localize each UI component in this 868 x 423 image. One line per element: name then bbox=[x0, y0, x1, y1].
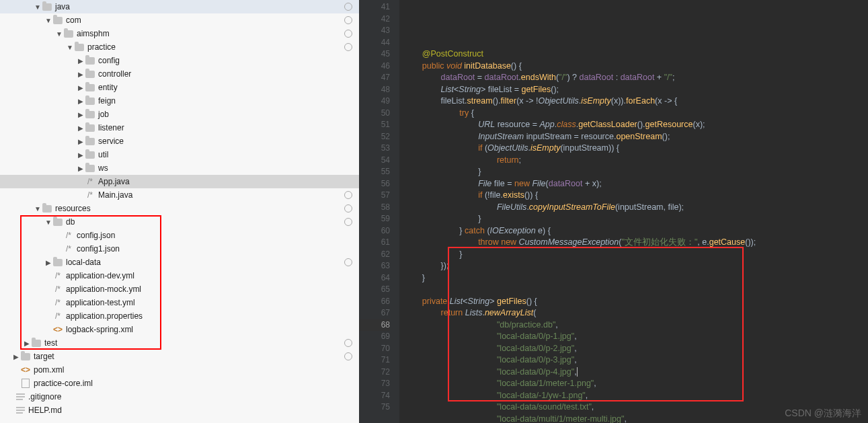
code-line[interactable]: } bbox=[403, 213, 868, 225]
tree-item[interactable]: HELP.md bbox=[0, 403, 359, 417]
expand-arrow-icon[interactable]: ▶ bbox=[23, 340, 31, 347]
expand-arrow-icon[interactable]: ▶ bbox=[77, 124, 85, 132]
code-line[interactable]: "local-data/0/p-3.jpg", bbox=[403, 354, 868, 367]
expand-arrow-icon[interactable]: ▼ bbox=[44, 17, 52, 24]
tree-item[interactable]: ▼db bbox=[0, 215, 359, 229]
code-line[interactable]: if (!file.exists()) { bbox=[403, 190, 868, 202]
tree-item[interactable]: .gitignore bbox=[0, 390, 359, 403]
tree-item[interactable]: /*application-dev.yml bbox=[0, 269, 359, 282]
tree-item[interactable]: ▶local-data bbox=[0, 256, 359, 269]
project-tree[interactable]: ▼java▼com▼aimsphm▼practice▶config▶contro… bbox=[0, 0, 359, 423]
code-line[interactable]: dataRoot = dataRoot.endsWith("/") ? data… bbox=[403, 72, 868, 84]
tree-item[interactable]: /*config1.json bbox=[0, 242, 359, 256]
file-icon: /* bbox=[63, 230, 74, 241]
code-line[interactable]: FileUtils.copyInputStreamToFile(inputStr… bbox=[403, 202, 868, 214]
tree-item[interactable]: <>logback-spring.xml bbox=[0, 323, 359, 336]
tree-item[interactable]: /*config.json bbox=[0, 229, 359, 242]
code-line[interactable]: "local-data/1/meter-1.png", bbox=[403, 378, 868, 390]
code-line[interactable]: "local-data/multi/1/meter-multi.jpg", bbox=[403, 414, 868, 424]
code-area[interactable]: CSDN @涟漪海洋 @PostConstruct public void in… bbox=[399, 0, 868, 423]
code-line[interactable]: "local-data/0/p-2.jpg", bbox=[403, 343, 868, 355]
folder-icon bbox=[20, 351, 31, 362]
list-file-icon bbox=[15, 405, 26, 416]
expand-arrow-icon[interactable]: ▼ bbox=[34, 3, 42, 11]
code-line[interactable]: fileList.stream().filter(x -> !ObjectUti… bbox=[403, 95, 868, 108]
expand-arrow-icon[interactable]: ▶ bbox=[77, 98, 85, 105]
expand-arrow-icon[interactable]: ▶ bbox=[77, 57, 85, 65]
code-line[interactable]: try { bbox=[403, 108, 868, 120]
code-line[interactable] bbox=[403, 284, 868, 296]
tree-item[interactable]: ▶util bbox=[0, 148, 359, 161]
expand-arrow-icon[interactable]: ▶ bbox=[77, 165, 85, 172]
tree-item[interactable]: ▶controller bbox=[0, 67, 359, 81]
tree-item[interactable]: /*Main.java bbox=[0, 188, 359, 202]
tree-item[interactable]: /*application-mock.yml bbox=[0, 282, 359, 296]
tree-item[interactable]: <>pom.xml bbox=[0, 363, 359, 377]
code-line[interactable]: public void initDatabase() { bbox=[403, 61, 868, 73]
code-line[interactable]: } bbox=[403, 249, 868, 261]
line-number: 69 bbox=[359, 331, 390, 343]
line-number: 60 bbox=[359, 225, 390, 237]
code-line[interactable]: "db/practice.db", bbox=[403, 319, 868, 332]
tree-item[interactable]: ▶target bbox=[0, 350, 359, 363]
tree-item[interactable]: ▼java bbox=[0, 0, 359, 13]
code-line[interactable]: "local-data/0/p-1.jpg", bbox=[403, 331, 868, 343]
tree-label: service bbox=[98, 137, 124, 146]
tree-item[interactable]: ▶ws bbox=[0, 161, 359, 175]
tree-item[interactable]: ▼practice bbox=[0, 40, 359, 54]
code-line[interactable]: } bbox=[403, 272, 868, 284]
expand-arrow-icon[interactable]: ▶ bbox=[44, 259, 52, 266]
code-line[interactable]: private List<String> getFiles() { bbox=[403, 296, 868, 308]
line-number: 54 bbox=[359, 155, 390, 167]
tree-item[interactable]: /*application-test.yml bbox=[0, 296, 359, 309]
expand-arrow-icon[interactable]: ▼ bbox=[34, 205, 42, 213]
code-line[interactable]: URL resource = App.class.getClassLoader(… bbox=[403, 119, 868, 131]
code-line[interactable]: } catch (IOException e) { bbox=[403, 225, 868, 237]
code-line[interactable]: if (ObjectUtils.isEmpty(inputStream)) { bbox=[403, 143, 868, 155]
expand-arrow-icon[interactable]: ▼ bbox=[55, 30, 63, 38]
code-line[interactable]: } bbox=[403, 166, 868, 178]
line-number: 42 bbox=[359, 13, 390, 26]
code-line[interactable]: "local-data/sound/test.txt", bbox=[403, 401, 868, 414]
code-line[interactable]: throw new CustomMessageException("文件初始化失… bbox=[403, 237, 868, 249]
line-number: 67 bbox=[359, 307, 390, 319]
tree-item[interactable]: ▶feign bbox=[0, 94, 359, 108]
tree-item[interactable]: ▼aimsphm bbox=[0, 27, 359, 40]
tree-item[interactable]: ▼resources bbox=[0, 202, 359, 215]
expand-arrow-icon[interactable]: ▶ bbox=[77, 151, 85, 159]
expand-arrow-icon[interactable]: ▶ bbox=[77, 111, 85, 118]
tree-item[interactable]: ▶config bbox=[0, 54, 359, 67]
tree-item[interactable]: practice-core.iml bbox=[0, 377, 359, 390]
tree-item[interactable]: ▶listener bbox=[0, 121, 359, 134]
tree-item[interactable]: ▶entity bbox=[0, 81, 359, 94]
tree-item[interactable]: ▶job bbox=[0, 108, 359, 121]
tree-label: config bbox=[98, 56, 120, 65]
line-number: 75 bbox=[359, 401, 390, 414]
code-line[interactable]: @PostConstruct bbox=[403, 48, 868, 61]
expand-arrow-icon[interactable]: ▼ bbox=[44, 219, 52, 226]
code-line[interactable]: return Lists.newArrayList( bbox=[403, 307, 868, 319]
tree-item[interactable]: ▶test bbox=[0, 336, 359, 350]
code-editor[interactable]: 4142434445464748495051525354555657585960… bbox=[359, 0, 868, 423]
code-line[interactable]: }); bbox=[403, 260, 868, 272]
code-line[interactable]: return; bbox=[403, 155, 868, 167]
line-number: 59 bbox=[359, 213, 390, 225]
expand-arrow-icon[interactable]: ▶ bbox=[77, 84, 85, 91]
code-line[interactable]: List<String> fileList = getFiles(); bbox=[403, 84, 868, 96]
code-line[interactable]: "local-data/-1/yw-1.png", bbox=[403, 390, 868, 402]
tree-label: java bbox=[55, 2, 70, 11]
tree-item[interactable]: /*application.properties bbox=[0, 309, 359, 323]
code-line[interactable]: InputStream inputStream = resource.openS… bbox=[403, 131, 868, 143]
expand-arrow-icon[interactable]: ▼ bbox=[66, 44, 74, 51]
code-line[interactable]: File file = new File(dataRoot + x); bbox=[403, 178, 868, 190]
expand-arrow-icon[interactable]: ▶ bbox=[77, 138, 85, 145]
line-number: 65 bbox=[359, 284, 390, 296]
code-line[interactable]: "local-data/0/p-4.jpg", bbox=[403, 367, 868, 379]
tree-item[interactable]: /*App.java bbox=[0, 175, 359, 188]
line-number: 58 bbox=[359, 202, 390, 214]
expand-arrow-icon[interactable]: ▶ bbox=[12, 353, 20, 360]
tree-item[interactable]: ▶service bbox=[0, 134, 359, 148]
expand-arrow-icon[interactable]: ▶ bbox=[77, 71, 85, 78]
line-number: 73 bbox=[359, 378, 390, 390]
tree-item[interactable]: ▼com bbox=[0, 13, 359, 27]
